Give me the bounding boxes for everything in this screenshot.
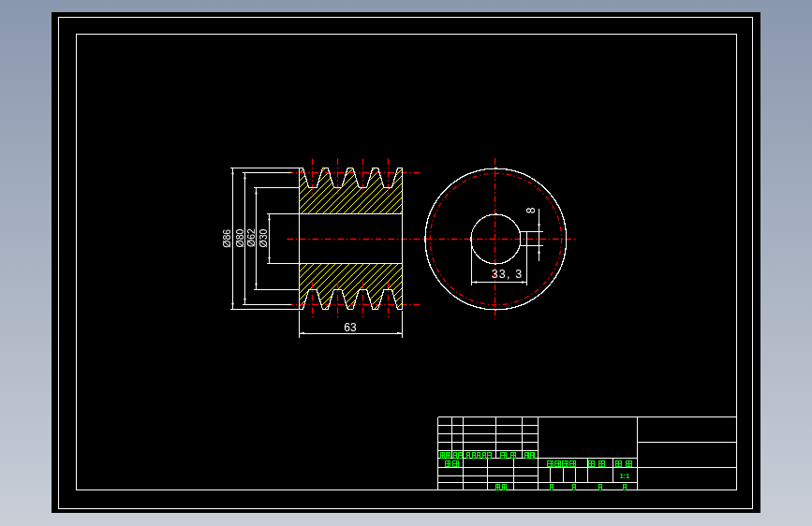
svg-text:33, 3: 33, 3 bbox=[492, 268, 524, 281]
svg-text:63: 63 bbox=[344, 321, 357, 334]
svg-text:1:1: 1:1 bbox=[619, 472, 629, 480]
svg-text:Ø86: Ø86 bbox=[221, 229, 232, 248]
svg-text:Ø62: Ø62 bbox=[245, 228, 257, 247]
svg-text:Ø80: Ø80 bbox=[234, 228, 245, 247]
svg-text:8: 8 bbox=[524, 207, 538, 213]
svg-text:Ø30: Ø30 bbox=[258, 228, 269, 247]
